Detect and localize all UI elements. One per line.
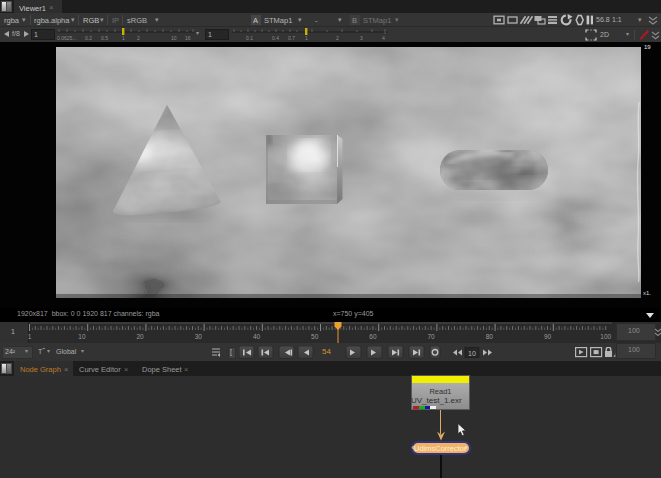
svg-text:90: 90 [544,333,552,340]
svg-text:0.2: 0.2 [85,35,92,41]
svg-text:80: 80 [486,333,494,340]
svg-text:0.1: 0.1 [246,35,253,41]
svg-text:10: 10 [171,35,177,41]
svg-text:0.4: 0.4 [272,35,279,41]
svg-text:10: 10 [78,333,86,340]
svg-text:1: 1 [305,35,308,41]
svg-text:20: 20 [136,333,144,340]
svg-text:50: 50 [311,333,319,340]
svg-text:2: 2 [137,35,140,41]
svg-text:16: 16 [185,35,191,41]
svg-text:10: 10 [468,350,476,357]
svg-text:100: 100 [600,333,611,340]
svg-text:0.5: 0.5 [101,35,108,41]
svg-text:30: 30 [195,333,203,340]
svg-text:1: 1 [122,35,125,41]
svg-text:4: 4 [382,35,385,41]
svg-text:0.0625...: 0.0625... [57,35,76,41]
svg-text:70: 70 [427,333,435,340]
svg-text:3: 3 [360,35,363,41]
svg-text:0.7: 0.7 [288,35,295,41]
svg-text:1: 1 [28,333,32,340]
svg-text:60: 60 [369,333,377,340]
svg-text:40: 40 [253,333,261,340]
svg-text:2: 2 [336,35,339,41]
